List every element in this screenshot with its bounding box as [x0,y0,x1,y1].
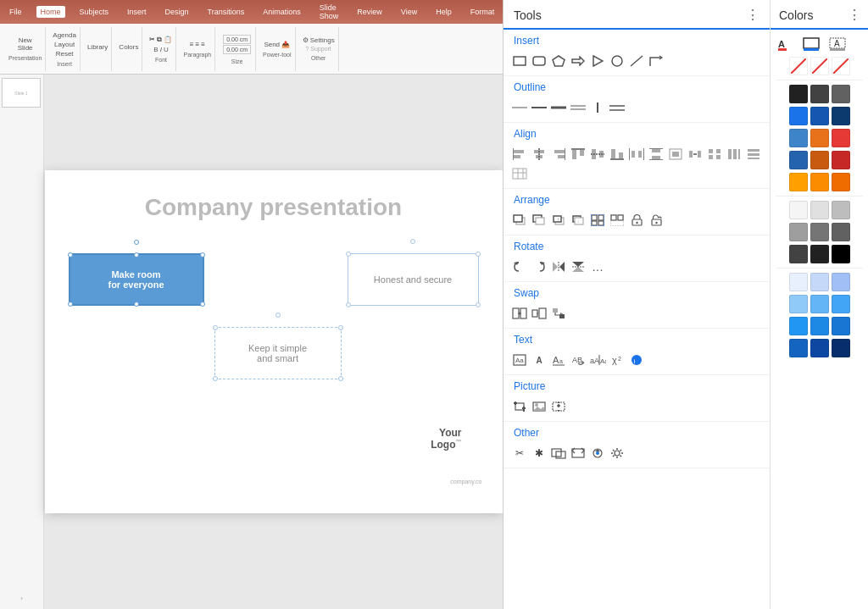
ribbon-btn-library[interactable]: Library [87,43,108,51]
tool-rect[interactable] [510,52,529,70]
text-uppercase[interactable]: A [530,351,548,369]
distribute-h[interactable] [627,145,646,163]
handle-tl[interactable] [68,252,73,257]
handle3-tl[interactable] [213,325,218,330]
tool-line-double[interactable] [569,98,587,117]
ribbon-btn-layout[interactable]: Layout [54,41,75,48]
tool-rounded-rect[interactable] [530,52,548,70]
picture-compress[interactable] [549,397,568,416]
shape-honest[interactable]: Honest and secure [348,253,479,306]
align-grid[interactable] [705,145,724,163]
swatch-red-2[interactable] [832,151,850,169]
rotate-handle-3[interactable] [275,313,281,318]
ribbon-tab-transitions[interactable]: Transitions [203,6,249,18]
other-gear[interactable] [608,444,626,462]
ribbon-tab-review[interactable]: Review [353,6,387,18]
ribbon-tab-insert[interactable]: Insert [123,6,151,18]
handle2-br[interactable] [476,302,481,307]
arrange-lock[interactable] [627,211,646,230]
arrange-bring-front[interactable] [510,211,529,230]
swatch-black-2[interactable] [810,85,829,103]
tool-elbow[interactable] [647,52,665,70]
swatch-orange-4[interactable] [832,173,850,191]
handle3-bl[interactable] [213,376,218,381]
swatch-blue-13[interactable] [832,339,850,357]
text-fit[interactable]: Aa [510,351,529,369]
tool-line-thin[interactable] [510,98,529,117]
ribbon-tab-subjects[interactable]: Subjects [75,6,114,18]
swatch-blue-5[interactable] [789,295,808,313]
arrange-unlock[interactable] [647,211,665,230]
shape-simple[interactable]: Keep it simpleand smart [214,327,342,379]
ribbon-btn-agenda[interactable]: Agenda [53,31,76,39]
color-fill-icon[interactable]: A [776,35,798,53]
ribbon-tab-help[interactable]: Help [431,6,456,18]
align-middle[interactable] [588,145,607,163]
swatch-blue-12[interactable] [810,339,829,357]
swatch-grey-4[interactable] [789,223,808,241]
ribbon-btn-send[interactable]: Send 📤 [264,41,290,48]
swatch-grey-8[interactable] [810,245,829,263]
color-text-icon[interactable]: A [826,35,849,53]
swatch-black-1[interactable] [789,85,808,103]
flip-h[interactable] [549,257,568,276]
handle-tm[interactable] [134,252,139,257]
ribbon-btn-italic[interactable]: I [160,46,162,53]
arrange-group[interactable] [588,211,607,230]
arrange-forward[interactable]: ↑ [549,211,568,230]
swatch-black-3[interactable] [832,85,850,103]
align-right[interactable] [549,145,568,163]
text-replace[interactable]: AB [569,351,587,369]
other-magic[interactable]: ✱ [530,444,548,462]
ribbon-btn-colors[interactable]: Colors [119,43,138,51]
tool-play[interactable] [588,52,607,70]
no-fill-swatch[interactable] [789,57,808,75]
rotate-handle[interactable] [134,240,139,245]
swatch-grey-6[interactable] [832,223,850,241]
arrange-backward[interactable]: ↓ [569,211,587,230]
swatch-blue-11[interactable] [789,339,808,357]
swatch-blue-light-2[interactable] [810,273,829,291]
rotate-ccw[interactable] [510,257,529,276]
swatch-blue-10[interactable] [832,317,850,335]
swatch-black-4[interactable] [832,245,850,263]
tool-line[interactable] [627,52,646,70]
distribute-v[interactable] [647,145,665,163]
swatch-orange-2[interactable] [810,151,829,169]
handle-br[interactable] [200,302,205,307]
swatch-blue-7[interactable] [832,295,850,313]
ribbon-btn-paste[interactable]: 📋 [164,36,172,44]
swatch-blue-6[interactable] [810,295,829,313]
align-top[interactable] [569,145,587,163]
arrange-send-back[interactable] [530,211,548,230]
ribbon-tab-format[interactable]: Format [466,6,499,18]
tool-line-thick[interactable] [549,98,568,117]
ribbon-btn-support[interactable]: ? Support [305,46,331,52]
swatch-grey-1[interactable] [789,201,808,219]
align-bottom[interactable] [608,145,626,163]
ribbon-btn-copy[interactable]: ⧉ [157,36,162,44]
color-line-icon[interactable] [801,35,823,53]
align-slide[interactable] [666,145,685,163]
handle3-tr[interactable] [338,325,343,330]
ribbon-btn-align-right[interactable]: ≡ [201,41,205,48]
no-text-swatch[interactable] [832,57,850,75]
ribbon-tab-animations[interactable]: Animations [259,6,305,18]
swatch-grey-2[interactable] [810,201,829,219]
ribbon-tab-file[interactable]: File [5,6,26,18]
tool-line-vert[interactable] [588,98,607,117]
swatch-blue-light-1[interactable] [789,273,808,291]
handle-tr[interactable] [200,252,205,257]
handle2-tl[interactable] [346,252,351,257]
swap-shape[interactable] [510,304,529,323]
swap-size[interactable] [530,304,548,323]
tool-circle[interactable] [608,52,626,70]
ribbon-btn-underline[interactable]: U [164,46,169,53]
picture-style[interactable] [530,397,548,416]
arrange-ungroup[interactable] [608,211,626,230]
rotate-cw[interactable] [530,257,548,276]
rotate-handle-2[interactable] [410,239,415,244]
ribbon-tab-design[interactable]: Design [161,6,193,18]
align-center-h[interactable] [530,145,548,163]
ribbon-btn-settings-detail[interactable]: ⚙ Settings [303,36,335,44]
